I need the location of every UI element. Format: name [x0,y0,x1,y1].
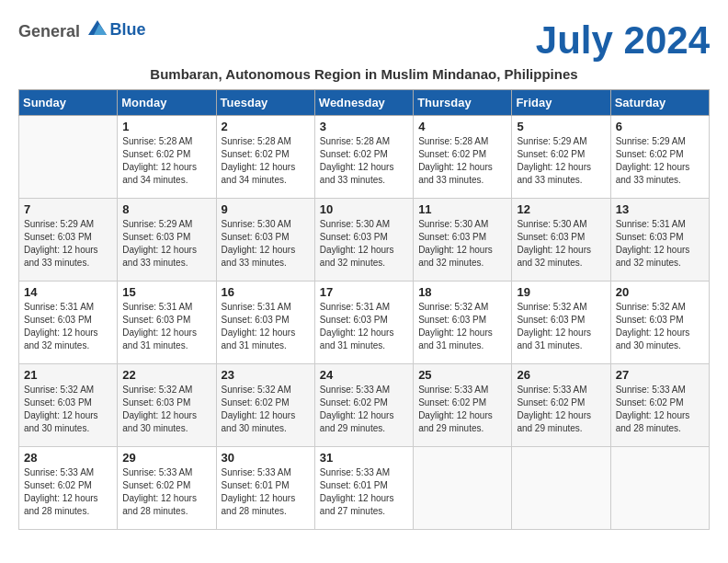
day-number: 25 [418,368,506,382]
calendar-cell: 19Sunrise: 5:32 AMSunset: 6:03 PMDayligh… [512,282,610,364]
day-number: 6 [616,120,704,133]
logo-general: General [18,22,80,40]
calendar-day-header: Monday [118,90,216,116]
day-number: 28 [24,451,112,465]
calendar-cell: 22Sunrise: 5:32 AMSunset: 6:03 PMDayligh… [118,364,216,447]
calendar-cell: 5Sunrise: 5:29 AMSunset: 6:02 PMDaylight… [512,116,610,199]
calendar-cell: 24Sunrise: 5:33 AMSunset: 6:02 PMDayligh… [314,364,413,447]
calendar-header-row: SundayMondayTuesdayWednesdayThursdayFrid… [19,90,710,116]
calendar-cell [610,447,709,530]
day-number: 12 [517,202,605,216]
day-info: Sunrise: 5:33 AMSunset: 6:02 PMDaylight:… [616,384,704,435]
day-info: Sunrise: 5:31 AMSunset: 6:03 PMDaylight:… [24,301,112,352]
day-info: Sunrise: 5:32 AMSunset: 6:03 PMDaylight:… [418,301,506,352]
calendar-day-header: Tuesday [216,90,314,116]
day-info: Sunrise: 5:30 AMSunset: 6:03 PMDaylight:… [222,218,310,270]
day-number: 19 [517,285,605,299]
day-info: Sunrise: 5:31 AMSunset: 6:03 PMDaylight:… [122,301,210,352]
day-number: 30 [222,451,310,465]
day-number: 21 [24,368,112,382]
day-info: Sunrise: 5:33 AMSunset: 6:02 PMDaylight:… [24,466,112,518]
day-info: Sunrise: 5:28 AMSunset: 6:02 PMDaylight:… [320,135,408,187]
day-info: Sunrise: 5:33 AMSunset: 6:02 PMDaylight:… [418,384,506,435]
location-title: Bumbaran, Autonomous Region in Muslim Mi… [18,66,710,82]
day-number: 14 [24,285,112,299]
calendar-cell: 15Sunrise: 5:31 AMSunset: 6:03 PMDayligh… [118,282,216,364]
day-number: 17 [320,285,408,299]
calendar-week-row: 1Sunrise: 5:28 AMSunset: 6:02 PMDaylight… [19,116,710,199]
calendar-cell: 18Sunrise: 5:32 AMSunset: 6:03 PMDayligh… [414,282,512,364]
calendar-cell: 28Sunrise: 5:33 AMSunset: 6:02 PMDayligh… [19,447,118,530]
day-info: Sunrise: 5:32 AMSunset: 6:03 PMDaylight:… [517,301,605,352]
day-number: 16 [222,285,310,299]
day-info: Sunrise: 5:28 AMSunset: 6:02 PMDaylight:… [222,135,310,187]
day-info: Sunrise: 5:29 AMSunset: 6:02 PMDaylight:… [616,135,704,187]
calendar-cell: 6Sunrise: 5:29 AMSunset: 6:02 PMDaylight… [610,116,709,199]
day-number: 27 [616,368,704,382]
calendar-table: SundayMondayTuesdayWednesdayThursdayFrid… [18,89,710,530]
day-info: Sunrise: 5:30 AMSunset: 6:03 PMDaylight:… [320,218,408,270]
calendar-cell: 10Sunrise: 5:30 AMSunset: 6:03 PMDayligh… [314,199,413,282]
month-title: July 2024 [536,18,710,63]
day-info: Sunrise: 5:30 AMSunset: 6:03 PMDaylight:… [418,218,506,270]
calendar-week-row: 21Sunrise: 5:32 AMSunset: 6:03 PMDayligh… [19,364,710,447]
calendar-cell: 20Sunrise: 5:32 AMSunset: 6:03 PMDayligh… [610,282,709,364]
logo-icon [86,18,108,37]
day-info: Sunrise: 5:31 AMSunset: 6:03 PMDaylight:… [320,301,408,352]
calendar-cell: 17Sunrise: 5:31 AMSunset: 6:03 PMDayligh… [314,282,413,364]
day-info: Sunrise: 5:28 AMSunset: 6:02 PMDaylight:… [418,135,506,187]
day-number: 18 [418,285,506,299]
day-info: Sunrise: 5:32 AMSunset: 6:03 PMDaylight:… [616,301,704,352]
day-info: Sunrise: 5:33 AMSunset: 6:01 PMDaylight:… [222,466,310,518]
day-number: 11 [418,202,506,216]
day-number: 24 [320,368,408,382]
calendar-week-row: 7Sunrise: 5:29 AMSunset: 6:03 PMDaylight… [19,199,710,282]
day-info: Sunrise: 5:32 AMSunset: 6:03 PMDaylight:… [24,384,112,435]
day-info: Sunrise: 5:33 AMSunset: 6:02 PMDaylight:… [320,384,408,435]
calendar-day-header: Wednesday [314,90,413,116]
calendar-cell [19,116,118,199]
logo-blue: Blue [110,20,146,40]
calendar-cell: 2Sunrise: 5:28 AMSunset: 6:02 PMDaylight… [216,116,314,199]
calendar-cell: 12Sunrise: 5:30 AMSunset: 6:03 PMDayligh… [512,199,610,282]
day-info: Sunrise: 5:30 AMSunset: 6:03 PMDaylight:… [517,218,605,270]
calendar-day-header: Saturday [610,90,709,116]
day-number: 23 [222,368,310,382]
calendar-cell: 11Sunrise: 5:30 AMSunset: 6:03 PMDayligh… [414,199,512,282]
calendar-cell: 16Sunrise: 5:31 AMSunset: 6:03 PMDayligh… [216,282,314,364]
day-number: 13 [616,202,704,216]
logo: General Blue [18,18,146,41]
day-number: 9 [222,202,310,216]
day-number: 10 [320,202,408,216]
calendar-cell: 14Sunrise: 5:31 AMSunset: 6:03 PMDayligh… [19,282,118,364]
calendar-cell: 23Sunrise: 5:32 AMSunset: 6:02 PMDayligh… [216,364,314,447]
calendar-day-header: Thursday [414,90,512,116]
day-info: Sunrise: 5:33 AMSunset: 6:02 PMDaylight:… [517,384,605,435]
calendar-cell [414,447,512,530]
calendar-cell: 27Sunrise: 5:33 AMSunset: 6:02 PMDayligh… [610,364,709,447]
calendar-cell: 25Sunrise: 5:33 AMSunset: 6:02 PMDayligh… [414,364,512,447]
day-info: Sunrise: 5:28 AMSunset: 6:02 PMDaylight:… [122,135,210,187]
page-header: General Blue July 2024 [18,18,710,63]
calendar-cell: 4Sunrise: 5:28 AMSunset: 6:02 PMDaylight… [414,116,512,199]
day-info: Sunrise: 5:33 AMSunset: 6:01 PMDaylight:… [320,466,408,518]
calendar-cell: 30Sunrise: 5:33 AMSunset: 6:01 PMDayligh… [216,447,314,530]
day-info: Sunrise: 5:29 AMSunset: 6:03 PMDaylight:… [24,218,112,270]
day-info: Sunrise: 5:32 AMSunset: 6:03 PMDaylight:… [122,384,210,435]
day-info: Sunrise: 5:32 AMSunset: 6:02 PMDaylight:… [222,384,310,435]
day-number: 2 [222,120,310,133]
day-info: Sunrise: 5:33 AMSunset: 6:02 PMDaylight:… [122,466,210,518]
day-number: 4 [418,120,506,133]
calendar-cell: 9Sunrise: 5:30 AMSunset: 6:03 PMDaylight… [216,199,314,282]
day-number: 3 [320,120,408,133]
day-number: 22 [122,368,210,382]
day-number: 31 [320,451,408,465]
calendar-cell: 31Sunrise: 5:33 AMSunset: 6:01 PMDayligh… [314,447,413,530]
day-number: 5 [517,120,605,133]
calendar-body: 1Sunrise: 5:28 AMSunset: 6:02 PMDaylight… [19,116,710,530]
day-info: Sunrise: 5:31 AMSunset: 6:03 PMDaylight:… [616,218,704,270]
calendar-day-header: Sunday [19,90,118,116]
calendar-cell: 3Sunrise: 5:28 AMSunset: 6:02 PMDaylight… [314,116,413,199]
day-info: Sunrise: 5:31 AMSunset: 6:03 PMDaylight:… [222,301,310,352]
calendar-cell: 21Sunrise: 5:32 AMSunset: 6:03 PMDayligh… [19,364,118,447]
